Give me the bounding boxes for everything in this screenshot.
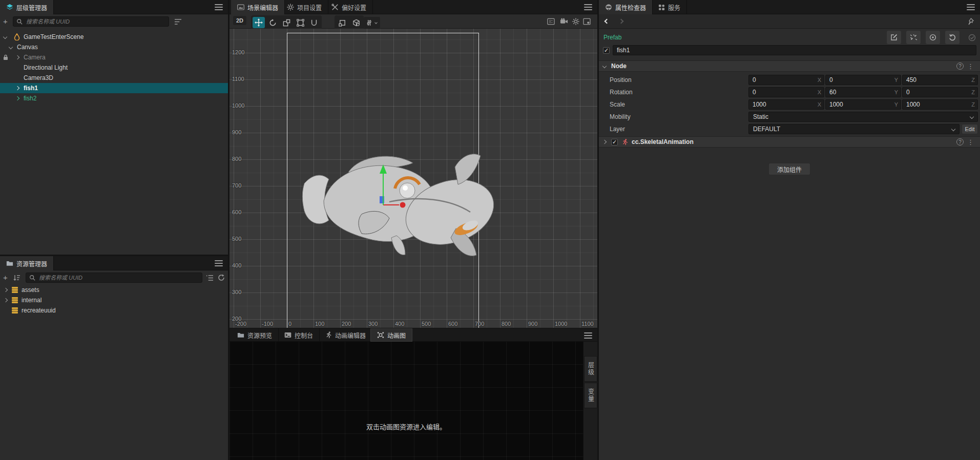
- tab-animation-graph[interactable]: 动画图: [370, 328, 412, 342]
- component-enabled-checkbox[interactable]: ✓: [611, 139, 618, 145]
- rotate-tool-button[interactable]: [266, 17, 279, 28]
- tab-assets[interactable]: 资源管理器: [0, 256, 54, 270]
- node-name-field[interactable]: [613, 45, 976, 55]
- prefab-reset-button[interactable]: [945, 31, 960, 44]
- chevron-down-icon[interactable]: [9, 45, 13, 49]
- tab-console[interactable]: 控制台: [278, 328, 320, 342]
- rotation-z-input[interactable]: [905, 88, 970, 96]
- asset-item-recreateuuid[interactable]: recreateuuid: [0, 305, 228, 316]
- pin-icon[interactable]: [967, 18, 974, 25]
- tab-scene-editor[interactable]: 场景编辑器: [231, 0, 285, 14]
- gizmo-display-dropdown[interactable]: [364, 17, 380, 28]
- chevron-right-icon[interactable]: [15, 55, 19, 59]
- rotation-y-field[interactable]: Y: [825, 87, 901, 97]
- animation-graph-panel[interactable]: 双击动画图资源进入编辑。 层级 变量: [230, 342, 597, 460]
- prefab-edit-button[interactable]: [887, 31, 901, 44]
- chevron-right-icon[interactable]: [15, 86, 19, 90]
- scale-y-field[interactable]: Y: [825, 99, 901, 110]
- move-tool-button[interactable]: [253, 17, 265, 28]
- side-tab-hierarchy[interactable]: 层级: [584, 356, 597, 382]
- add-component-button[interactable]: 添加组件: [768, 163, 810, 175]
- scale-tool-button[interactable]: [280, 17, 293, 28]
- position-z-field[interactable]: Z: [902, 75, 978, 85]
- tree-item-canvas[interactable]: Canvas: [0, 42, 228, 52]
- hierarchy-searchbox[interactable]: [13, 16, 169, 27]
- scene-menu-icon[interactable]: [584, 4, 592, 10]
- assets-menu-icon[interactable]: [215, 260, 223, 266]
- filter-icon[interactable]: [174, 18, 182, 25]
- lock-icon[interactable]: [3, 54, 8, 60]
- tree-item-fish1[interactable]: fish1: [0, 83, 228, 93]
- create-node-icon[interactable]: +: [3, 17, 8, 26]
- inspector-menu-icon[interactable]: [967, 4, 975, 10]
- prefab-apply-button[interactable]: [965, 31, 979, 44]
- scene-gear-icon[interactable]: [572, 18, 579, 25]
- tab-inspector[interactable]: 属性检查器: [599, 0, 653, 14]
- hierarchy-tabbar: 层级管理器: [0, 0, 228, 14]
- transform-gizmo[interactable]: [360, 159, 409, 213]
- rotation-x-input[interactable]: [752, 88, 816, 96]
- rotation-z-field[interactable]: Z: [902, 87, 978, 97]
- position-y-field[interactable]: Y: [825, 75, 901, 85]
- asset-item-internal[interactable]: internal: [0, 295, 228, 305]
- tab-project-settings[interactable]: 项目设置: [281, 0, 328, 14]
- skeletal-animation-header[interactable]: ✓ cc.SkeletalAnimation ? ⋮: [599, 136, 980, 148]
- prefab-locate-button[interactable]: [926, 31, 940, 44]
- history-forward-icon[interactable]: [619, 19, 624, 24]
- tab-services[interactable]: 服务: [652, 0, 687, 14]
- position-y-input[interactable]: [828, 76, 893, 84]
- position-x-field[interactable]: X: [748, 75, 824, 85]
- tree-item-fish2[interactable]: fish2: [0, 93, 228, 103]
- scene-viewport[interactable]: 120011001000900800700600500400300200-200…: [230, 29, 597, 328]
- rect-tool-button[interactable]: [294, 17, 306, 28]
- history-back-icon[interactable]: [604, 19, 610, 24]
- chevron-right-icon[interactable]: [15, 96, 19, 100]
- grid-view-icon[interactable]: [547, 18, 555, 25]
- gizmo-extra-tool-button[interactable]: [308, 17, 320, 28]
- node-active-checkbox[interactable]: ✓: [603, 47, 610, 54]
- side-tab-variables[interactable]: 变量: [584, 383, 597, 408]
- hierarchy-search-input[interactable]: [25, 18, 165, 25]
- tree-item-directional-light[interactable]: Directional Light: [0, 62, 228, 73]
- layer-dropdown[interactable]: DEFAULT: [748, 124, 960, 134]
- help-icon[interactable]: ?: [956, 62, 964, 70]
- component-name: cc.SkeletalAnimation: [632, 138, 694, 145]
- asset-item-assets[interactable]: assets: [0, 285, 228, 295]
- prefab-unlink-button[interactable]: [906, 31, 921, 44]
- coordinate-space-button[interactable]: [350, 17, 362, 28]
- rotation-x-field[interactable]: X: [748, 87, 824, 97]
- camera-icon[interactable]: [560, 18, 568, 25]
- scale-x-input[interactable]: [752, 100, 816, 109]
- node-kebab-icon[interactable]: ⋮: [967, 62, 974, 70]
- tab-hierarchy[interactable]: 层级管理器: [0, 0, 54, 14]
- tab-asset-preview[interactable]: 资源预览: [231, 328, 279, 342]
- node-name-input[interactable]: [616, 46, 973, 54]
- position-z-input[interactable]: [905, 76, 970, 84]
- mode-2d-button[interactable]: 2D: [233, 16, 246, 25]
- scale-z-input[interactable]: [905, 100, 970, 109]
- position-x-input[interactable]: [752, 76, 816, 84]
- viewport-settings-icon[interactable]: [583, 18, 591, 25]
- hierarchy-menu-icon[interactable]: [215, 4, 223, 10]
- tab-animation-editor[interactable]: 动画编辑器: [319, 328, 372, 342]
- chevron-right-icon[interactable]: [4, 298, 8, 302]
- chevron-down-icon[interactable]: [3, 35, 7, 39]
- tree-item-camera3d[interactable]: Camera3D: [0, 73, 228, 83]
- node-section-header[interactable]: Node ? ⋮: [599, 60, 980, 72]
- scale-y-input[interactable]: [828, 100, 893, 109]
- help-icon[interactable]: ?: [956, 138, 964, 145]
- tree-item-camera[interactable]: Camera: [0, 52, 228, 62]
- scale-z-field[interactable]: Z: [902, 99, 978, 110]
- scale-x-field[interactable]: X: [748, 99, 824, 110]
- mobility-dropdown[interactable]: Static: [748, 112, 978, 122]
- tab-preferences[interactable]: 偏好设置: [325, 0, 373, 14]
- animation-graph-menu-icon[interactable]: [584, 332, 592, 339]
- chevron-right-icon[interactable]: [4, 288, 8, 292]
- tree-item-scene[interactable]: GameTestEnterScene: [0, 32, 228, 42]
- layer-edit-button[interactable]: Edit: [962, 124, 978, 134]
- component-kebab-icon[interactable]: ⋮: [967, 138, 974, 146]
- axis-y-label: Y: [894, 89, 898, 95]
- pivot-position-button[interactable]: [336, 17, 348, 28]
- ruler-y-label: 500: [232, 236, 241, 242]
- rotation-y-input[interactable]: [828, 88, 893, 96]
